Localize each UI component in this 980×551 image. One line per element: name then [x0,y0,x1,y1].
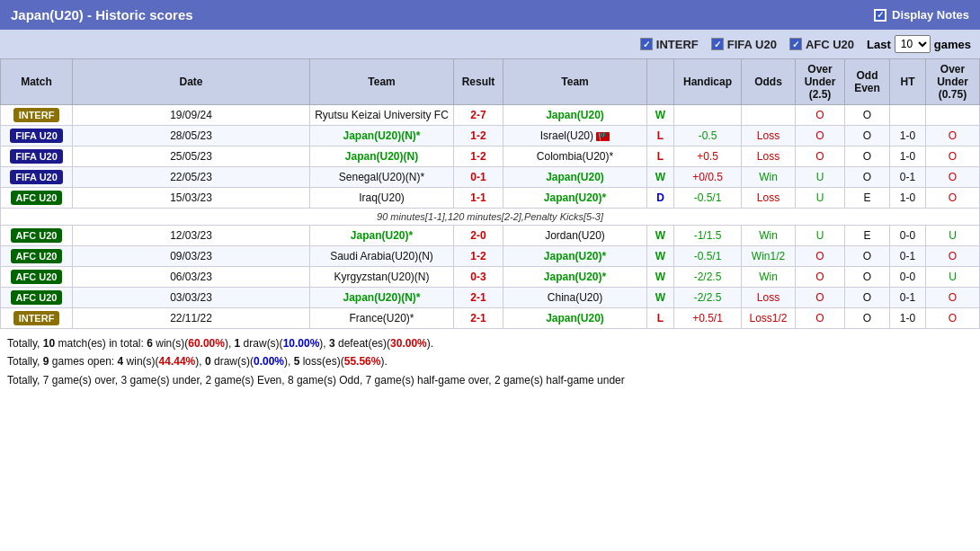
table-row: INTERF 22/11/22 France(U20)* 2-1 Japan(U… [1,308,980,329]
odds-cell: Loss [742,288,796,308]
wdl-cell: D [647,188,674,209]
odds-cell: Win [742,167,796,188]
date-cell: 28/05/23 [73,126,310,147]
match-badge: AFC U20 [11,249,63,263]
ht-cell: 1-0 [890,188,926,209]
badge-cell: INTERF [1,308,73,329]
flag-icon: 🏴 [596,132,610,141]
team2-cell: Jordan(U20) [503,226,647,246]
col-team1: Team [310,59,454,105]
wdl-cell: L [647,126,674,147]
result-cell: 2-0 [454,226,503,246]
result-cell: 1-2 [454,147,503,167]
date-cell: 22/11/22 [73,308,310,329]
interf-checkbox[interactable]: ✓ [640,38,653,50]
team2-cell: Japan(U20) [503,167,647,188]
handicap-cell: -0.5/1 [674,188,742,209]
team1-name: France(U20)* [349,312,414,324]
team2-cell: Japan(U20) [503,105,647,126]
ou075-cell: O [926,308,980,329]
handicap-cell: +0/0.5 [674,167,742,188]
ou25-cell: O [796,147,845,167]
date-cell: 19/09/24 [73,105,310,126]
team1-name: Ryutsu Keizai University FC [315,109,449,121]
col-ou075: Over Under (0.75) [926,59,980,105]
fifau20-checkbox[interactable]: ✓ [711,38,724,50]
team2-cell: Colombia(U20)* [503,147,647,167]
ou075-cell: O [926,188,980,209]
ou25-cell: U [796,167,845,188]
team1-cell: Japan(U20)* [310,226,454,246]
team2-cell: Israel(U20) 🏴 [503,126,647,147]
date-cell: 06/03/23 [73,267,310,288]
display-notes-checkbox[interactable]: ✓ [874,9,886,22]
ou075-cell [926,105,980,126]
team1-name: Senegal(U20)(N)* [339,171,424,183]
handicap-cell: -2/2.5 [674,288,742,308]
filter-interf[interactable]: ✓ INTERF [640,38,699,51]
page-title: Japan(U20) - Historic scores [11,7,193,22]
ou25-cell: O [796,246,845,267]
badge-cell: AFC U20 [1,226,73,246]
team2-name: Japan(U20) [546,109,604,121]
team2-name: Japan(U20)* [544,250,606,262]
odds-cell: Win [742,267,796,288]
filter-fifau20[interactable]: ✓ FIFA U20 [711,38,777,51]
team1-name: Kyrgyzstan(U20)(N) [334,271,429,283]
summary-line3: Totally, 7 game(s) over, 3 game(s) under… [7,371,973,389]
col-wdl [647,59,674,105]
ou075-cell: O [926,126,980,147]
ht-cell [890,105,926,126]
odds-cell: Win [742,226,796,246]
team1-name: Japan(U20)* [351,229,413,242]
ou25-cell: U [796,188,845,209]
ou075-cell: U [926,267,980,288]
handicap-cell [674,105,742,126]
oddeven-cell: E [845,226,890,246]
date-cell: 22/05/23 [73,167,310,188]
team1-cell: Saudi Arabia(U20)(N) [310,246,454,267]
team1-name: Saudi Arabia(U20)(N) [330,250,433,262]
team2-name: Japan(U20) [546,171,604,183]
oddeven-cell: E [845,188,890,209]
team2-name: Israel(U20) [540,129,593,142]
filter-afcu20[interactable]: ✓ AFC U20 [789,38,854,51]
handicap-cell: -1/1.5 [674,226,742,246]
ou075-cell: O [926,167,980,188]
team2-name: Colombia(U20)* [537,150,613,163]
oddeven-cell: O [845,288,890,308]
summary-section: Totally, 10 match(es) in total: 6 win(s)… [0,329,980,395]
games-label: games [934,38,971,51]
table-row: AFC U20 15/03/23 Iraq(U20) 1-1 Japan(U20… [1,188,980,209]
afcu20-checkbox[interactable]: ✓ [789,38,802,50]
date-cell: 12/03/23 [73,226,310,246]
wdl-cell: L [647,308,674,329]
team2-cell: Japan(U20)* [503,246,647,267]
badge-cell: AFC U20 [1,246,73,267]
ou25-cell: O [796,288,845,308]
table-row: INTERF 19/09/24 Ryutsu Keizai University… [1,105,980,126]
col-ou25: Over Under (2.5) [796,59,845,105]
match-badge: AFC U20 [11,290,63,305]
wdl-cell: W [647,246,674,267]
match-badge: FIFA U20 [10,129,63,143]
col-date: Date [73,59,310,105]
team1-cell: Japan(U20)(N)* [310,288,454,308]
team1-cell: France(U20)* [310,308,454,329]
result-cell: 2-7 [454,105,503,126]
result-cell: 1-1 [454,188,503,209]
fifau20-label: FIFA U20 [727,38,777,51]
ht-cell: 0-0 [890,267,926,288]
handicap-cell: -0.5 [674,126,742,147]
odds-cell: Loss [742,188,796,209]
team2-cell: Japan(U20)* [503,267,647,288]
summary-line1: Totally, 10 match(es) in total: 6 win(s)… [7,334,973,352]
handicap-cell: +0.5/1 [674,308,742,329]
team1-name: Iraq(U20) [359,191,405,204]
team2-cell: Japan(U20) [503,308,647,329]
team1-cell: Iraq(U20) [310,188,454,209]
team1-cell: Japan(U20)(N) [310,147,454,167]
last-games-select[interactable]: 10 5 20 All [895,35,931,53]
team2-name: Japan(U20)* [544,271,606,283]
match-badge: AFC U20 [11,270,63,284]
